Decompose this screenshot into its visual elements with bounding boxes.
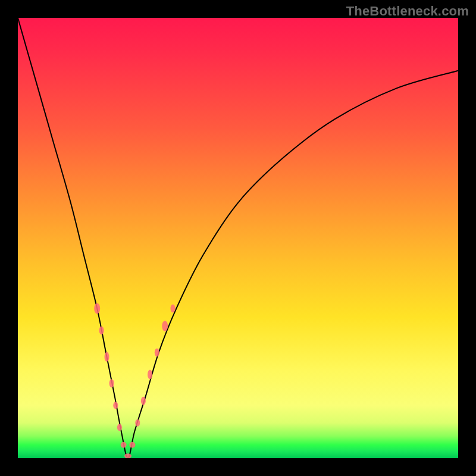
curve-marker	[109, 379, 114, 387]
curve-marker	[113, 402, 118, 409]
bottleneck-curve	[18, 18, 458, 458]
curve-markers	[94, 303, 175, 458]
outer-frame: TheBottleneck.com	[0, 0, 476, 476]
curve-marker	[124, 453, 131, 458]
curve-marker	[171, 304, 176, 312]
curve-marker	[117, 424, 122, 431]
curve-marker	[148, 369, 152, 379]
curve-marker	[121, 442, 127, 448]
curve-marker	[105, 352, 109, 362]
curve-marker	[94, 303, 100, 314]
curve-marker	[135, 419, 140, 427]
curve-marker	[141, 397, 146, 405]
watermark-text: TheBottleneck.com	[346, 4, 469, 19]
curve-marker	[129, 442, 135, 448]
curve-marker	[99, 326, 104, 334]
chart-svg	[18, 18, 458, 458]
plot-area	[18, 18, 458, 458]
curve-marker	[162, 321, 168, 331]
curve-marker	[155, 348, 159, 356]
